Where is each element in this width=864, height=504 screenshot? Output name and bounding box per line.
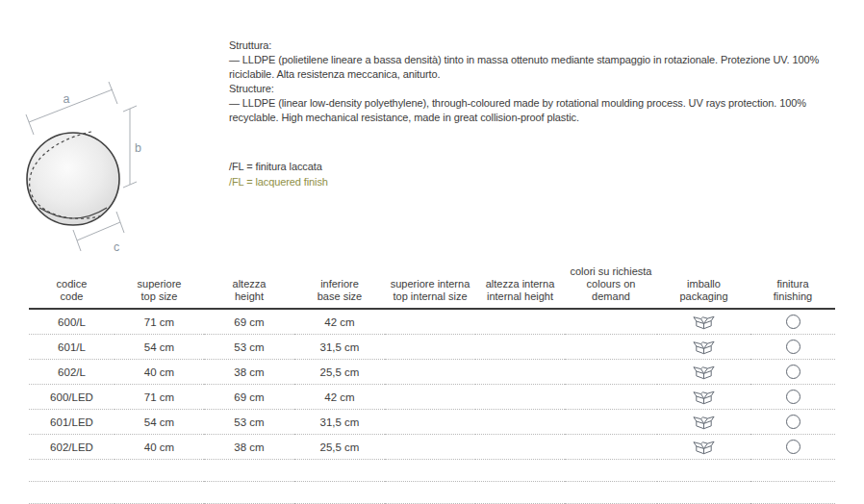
cell-top-internal: [385, 335, 475, 360]
cell-colours: [565, 435, 657, 460]
col-header-it: altezza interna: [477, 278, 563, 290]
col-header-it: superiore interna: [387, 278, 473, 290]
cell-internal-height: [475, 335, 565, 360]
spec-table: codice code superiore top size altezza h…: [29, 265, 835, 504]
structure-label: Structure:: [229, 82, 856, 96]
cell-code: 600/LED: [29, 385, 114, 410]
circle-outline-icon: [786, 315, 800, 329]
header-row: codice code superiore top size altezza h…: [29, 265, 835, 309]
cell-finishing: [750, 410, 835, 435]
cell-internal-height: [475, 435, 565, 460]
col-header-internal-height: altezza interna internal height: [475, 265, 565, 309]
cell-top-internal: [385, 360, 475, 385]
col-header-it: inferiore: [296, 278, 383, 290]
cell-top-size: 40 cm: [114, 435, 204, 460]
fl-note-italian: /FL = finitura laccata: [229, 159, 328, 174]
cell-colours: [565, 385, 657, 410]
col-header-it: imballo: [659, 278, 749, 290]
cell-top-size: 71 cm: [114, 309, 204, 335]
circle-outline-icon: [786, 415, 800, 429]
cell-height: 38 cm: [204, 360, 294, 385]
cell-top-size: 40 cm: [114, 360, 204, 385]
col-header-code: codice code: [29, 265, 114, 309]
cell-code: 601/L: [29, 335, 114, 360]
finish-notes: /FL = finitura laccata /FL = lacquered f…: [229, 159, 328, 189]
col-header-en: packaging: [659, 290, 749, 303]
open-box-icon: [692, 413, 716, 431]
col-header-it: altezza: [206, 278, 292, 290]
cell-colours: [565, 309, 657, 335]
struttura-text: — LLDPE (polietilene lineare a bassa den…: [229, 53, 856, 82]
cell-top-size: 54 cm: [114, 335, 204, 360]
table-row: 600/L 71 cm 69 cm 42 cm: [29, 309, 835, 335]
circle-outline-icon: [786, 365, 800, 379]
col-header-en: colours on demand: [567, 278, 655, 303]
table-row-empty: [29, 460, 835, 482]
cell-base-size: 42 cm: [294, 309, 385, 335]
fl-note-english: /FL = lacquered finish: [229, 174, 328, 189]
cell-top-internal: [385, 410, 475, 435]
col-header-en: finishing: [752, 290, 833, 303]
sphere-diagram-svg: a b c: [12, 75, 214, 258]
col-header-en: internal height: [477, 290, 563, 303]
cell-finishing: [750, 435, 835, 460]
sphere-dimension-diagram: a b c: [12, 75, 214, 258]
cell-finishing: [750, 385, 835, 410]
dimension-label-b: b: [135, 141, 141, 155]
cell-code: 602/L: [29, 360, 114, 385]
col-header-colours: colori su richiesta colours on demand: [565, 265, 657, 309]
sphere-shape: [27, 133, 119, 225]
cell-height: 69 cm: [204, 309, 294, 335]
open-box-icon: [692, 338, 716, 356]
cell-packaging: [657, 309, 750, 335]
structure-text: — LLDPE (linear low-density polyethylene…: [229, 96, 856, 125]
col-header-it: superiore: [116, 278, 202, 290]
cell-height: 38 cm: [204, 435, 294, 460]
dimension-label-a: a: [64, 92, 70, 106]
col-header-top-size: superiore top size: [114, 265, 204, 309]
cell-code: 601/LED: [29, 410, 114, 435]
table-row: 601/L 54 cm 53 cm 31,5 cm: [29, 335, 835, 360]
open-box-icon: [692, 363, 716, 381]
dimension-label-c: c: [114, 240, 119, 254]
col-header-base-size: inferiore base size: [294, 265, 385, 309]
cell-internal-height: [475, 309, 565, 335]
open-box-icon: [692, 313, 716, 331]
col-header-en: height: [206, 290, 292, 303]
col-header-it: colori su richiesta: [567, 265, 655, 278]
cell-packaging: [657, 410, 750, 435]
cell-height: 53 cm: [204, 410, 294, 435]
table-row: 602/L 40 cm 38 cm 25,5 cm: [29, 360, 835, 385]
col-header-height: altezza height: [204, 265, 294, 309]
cell-top-internal: [385, 435, 475, 460]
material-description: Struttura: — LLDPE (polietilene lineare …: [229, 38, 856, 125]
circle-outline-icon: [786, 440, 800, 454]
col-header-packaging: imballo packaging: [657, 265, 750, 309]
cell-finishing: [750, 309, 835, 335]
circle-outline-icon: [786, 390, 800, 404]
cell-base-size: 25,5 cm: [294, 360, 385, 385]
cell-top-size: 71 cm: [114, 385, 204, 410]
table-row: 601/LED 54 cm 53 cm 31,5 cm: [29, 410, 835, 435]
col-header-en: top size: [116, 290, 202, 303]
cell-code: 602/LED: [29, 435, 114, 460]
empty-cell: [29, 460, 835, 482]
cell-colours: [565, 410, 657, 435]
col-header-finishing: finitura finishing: [750, 265, 835, 309]
col-header-en: base size: [296, 290, 383, 303]
cell-internal-height: [475, 410, 565, 435]
cell-packaging: [657, 435, 750, 460]
cell-finishing: [750, 335, 835, 360]
table-row-empty: [29, 482, 835, 504]
col-header-it: codice: [31, 278, 113, 290]
col-header-it: finitura: [752, 278, 833, 290]
cell-top-size: 54 cm: [114, 410, 204, 435]
cell-packaging: [657, 360, 750, 385]
cell-height: 69 cm: [204, 385, 294, 410]
cell-finishing: [750, 360, 835, 385]
open-box-icon: [692, 438, 716, 456]
cell-top-internal: [385, 309, 475, 335]
cell-height: 53 cm: [204, 335, 294, 360]
empty-cell: [29, 482, 835, 504]
cell-colours: [565, 335, 657, 360]
